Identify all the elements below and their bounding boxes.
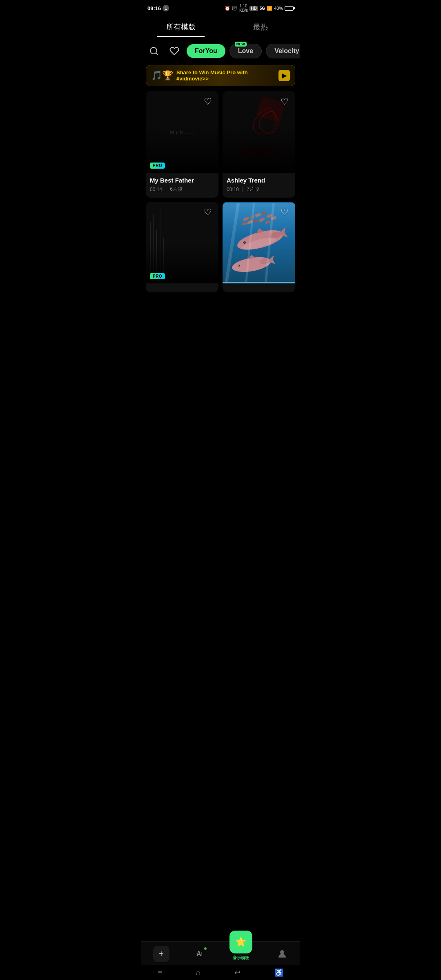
like-button-2[interactable]: ♡ <box>278 95 291 108</box>
tab-hottest[interactable]: 最热 <box>220 16 300 37</box>
search-button[interactable] <box>146 43 162 59</box>
banner-text: Share to Win Music Pro with #vidmovie>> <box>176 69 275 82</box>
like-button-4[interactable]: ♡ <box>278 206 291 219</box>
banner-emoji: 🎵🏆 <box>151 70 173 81</box>
tab-all-templates[interactable]: 所有模版 <box>141 16 220 37</box>
card-info-4 <box>223 283 295 292</box>
status-right: ⏰ 📳 1.10KB/s HD 5G 📶 48% <box>225 4 294 13</box>
tabs-container: 所有模版 最热 <box>141 16 300 37</box>
heart-icon-1: ♡ <box>204 96 212 107</box>
card-title-1: My Best Father <box>150 177 214 184</box>
like-button-3[interactable]: ♡ <box>201 206 214 219</box>
status-bar: 09:16 1 ⏰ 📳 1.10KB/s HD 5G 📶 48% <box>141 0 300 15</box>
filter-row: ForYou NEW Love Velocity <box>141 37 300 65</box>
banner-arrow-button[interactable]: ▶ <box>278 70 290 81</box>
pro-badge-3: PRO <box>150 273 165 279</box>
network-speed: 1.10KB/s <box>239 4 248 13</box>
favorite-button[interactable] <box>166 43 183 59</box>
card-info-3 <box>146 283 218 292</box>
promo-banner[interactable]: 🎵🏆 Share to Win Music Pro with #vidmovie… <box>146 65 295 86</box>
card-thumbnail-3: ♡ PRO <box>146 202 218 283</box>
filter-velocity[interactable]: Velocity <box>266 44 300 58</box>
svg-line-1 <box>156 53 158 55</box>
template-grid: M y b . . . . ♡ PRO My Best Father 00:14… <box>141 91 300 297</box>
heart-icon-4: ♡ <box>281 207 289 218</box>
new-badge: NEW <box>235 42 247 47</box>
template-card-3[interactable]: ♡ PRO <box>146 202 218 292</box>
status-time: 09:16 1 <box>147 5 169 11</box>
card-info-2: Ashley Trend 00:10 | 7片段 <box>223 173 295 198</box>
notification-badge: 1 <box>163 5 169 11</box>
signal-icon: 📶 <box>267 6 272 11</box>
filter-foryou[interactable]: ForYou <box>187 44 225 58</box>
template-card-my-best-father[interactable]: M y b . . . . ♡ PRO My Best Father 00:14… <box>146 91 218 198</box>
card-thumbnail-2: ♡ <box>223 91 295 173</box>
like-button-1[interactable]: ♡ <box>201 95 214 108</box>
template-card-ashley-trend[interactable]: ♡ Ashley Trend 00:10 | 7片段 <box>223 91 295 198</box>
card-thumbnail-1: M y b . . . . ♡ PRO <box>146 91 218 173</box>
battery-percent: 48% <box>274 6 283 11</box>
heart-icon-3: ♡ <box>204 207 212 218</box>
card-title-2: Ashley Trend <box>227 177 291 184</box>
5g-icon: 5G <box>260 6 265 11</box>
card-info-1: My Best Father 00:14 | 6片段 <box>146 173 218 198</box>
battery-icon <box>285 6 294 11</box>
card-meta-1: 00:14 | 6片段 <box>150 186 214 193</box>
heart-icon-2: ♡ <box>281 96 289 107</box>
alarm-icon: ⏰ <box>225 6 230 11</box>
pro-badge-1: PRO <box>150 163 165 169</box>
vibrate-icon: 📳 <box>232 6 238 11</box>
card-thumbnail-4: ♡ <box>223 202 295 283</box>
hd-badge: HD <box>249 6 258 11</box>
filter-love[interactable]: NEW Love <box>229 44 262 58</box>
template-card-dolphin[interactable]: ♡ <box>223 202 295 292</box>
card-meta-2: 00:10 | 7片段 <box>227 186 291 193</box>
